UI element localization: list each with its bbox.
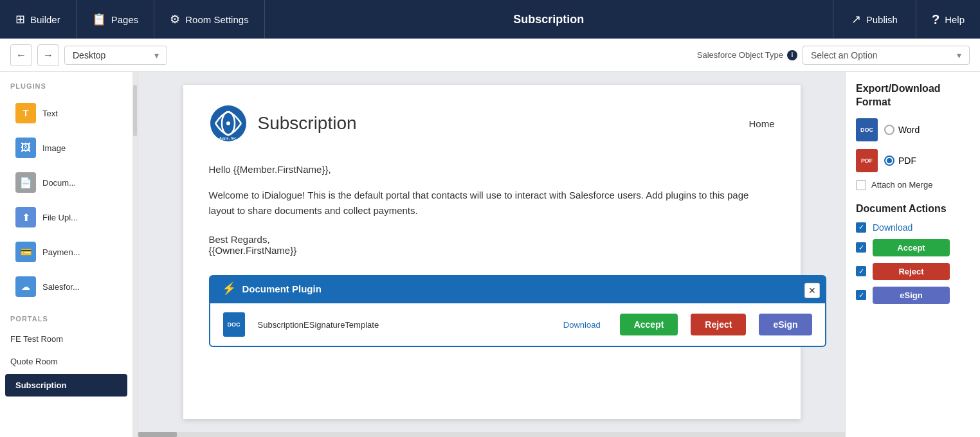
document-plugin-container: ⚡ Document Plugin ✕ DOC SubscriptionESig… [209, 275, 826, 347]
word-format-icon: DOC [856, 118, 878, 141]
canvas-body: Welcome to iDialogue! This is the defaul… [209, 188, 775, 219]
accept-action-item: ✓ Accept [856, 239, 970, 256]
payment-plugin-label: Paymen... [42, 247, 80, 257]
canvas-scrollbar[interactable] [138, 432, 845, 437]
lightning-icon: ⚡ [222, 281, 236, 296]
plugin-item-document[interactable]: 📄 Docum... [5, 166, 127, 199]
attach-merge-option[interactable]: Attach on Merge [856, 180, 970, 190]
pacific-apps-logo: Apps, Inc. [209, 104, 248, 143]
main-layout: PLUGINS T Text 🖼 Image 📄 Docum... ⬆ File… [0, 72, 980, 437]
help-button[interactable]: ? Help [916, 0, 980, 39]
plugin-item-salesforce[interactable]: ☁ Salesfor... [5, 270, 127, 303]
nav-builder[interactable]: ⊞ Builder [0, 0, 77, 39]
text-plugin-icon: T [15, 103, 36, 123]
download-action-label[interactable]: Download [873, 222, 912, 233]
canvas-header: Apps, Inc. Subscription Home [209, 104, 775, 143]
svg-point-2 [226, 121, 230, 125]
svg-text:Apps, Inc.: Apps, Inc. [219, 136, 237, 140]
esign-action-item: ✓ eSign [856, 287, 970, 304]
esign-checkbox[interactable]: ✓ [856, 290, 866, 300]
document-plugin-body: ✕ DOC SubscriptionESignatureTemplate Dow… [209, 302, 826, 347]
reject-action-button[interactable]: Reject [873, 263, 950, 280]
reject-checkbox[interactable]: ✓ [856, 266, 866, 276]
desktop-select[interactable]: Desktop ▾ [64, 46, 167, 65]
nav-room-settings[interactable]: ⚙ Room Settings [154, 0, 264, 39]
doc-file-icon: DOC [223, 312, 245, 337]
download-checkbox[interactable]: ✓ [856, 222, 866, 233]
word-format-option[interactable]: DOC Word [856, 118, 970, 141]
builder-icon: ⊞ [15, 12, 25, 26]
export-section-title: Export/Download Format [856, 82, 970, 109]
home-link[interactable]: Home [749, 118, 774, 129]
image-plugin-label: Image [42, 143, 66, 153]
document-plugin-label: Docum... [42, 178, 76, 188]
download-link[interactable]: Download [563, 320, 601, 330]
publish-label: Publish [866, 14, 898, 25]
plugins-section-title: PLUGINS [0, 72, 132, 95]
esign-action-button[interactable]: eSign [873, 287, 950, 304]
word-radio-label[interactable]: Word [884, 125, 920, 135]
sidebar: PLUGINS T Text 🖼 Image 📄 Docum... ⬆ File… [0, 72, 138, 437]
select-option-label: Select an Option [811, 50, 878, 60]
publish-button[interactable]: ↗ Publish [833, 0, 916, 39]
document-plugin-icon: 📄 [15, 172, 36, 193]
select-option-dropdown[interactable]: Select an Option ▾ [803, 46, 970, 65]
page-heading: Subscription [258, 113, 357, 134]
document-plugin-header: ⚡ Document Plugin [209, 275, 826, 302]
salesforce-plugin-label: Salesfor... [42, 282, 80, 292]
accept-button[interactable]: Accept [620, 314, 678, 335]
esign-button[interactable]: eSign [759, 314, 812, 335]
reject-button[interactable]: Reject [691, 314, 746, 335]
forward-button[interactable]: → [37, 44, 59, 66]
top-nav: ⊞ Builder 📋 Pages ⚙ Room Settings Subscr… [0, 0, 980, 39]
file-upload-plugin-icon: ⬆ [15, 207, 36, 227]
plugin-item-payment[interactable]: 💳 Paymen... [5, 235, 127, 269]
file-upload-plugin-label: File Upl... [42, 213, 78, 222]
pdf-radio[interactable] [884, 156, 894, 166]
canvas-owner: {{Owner.FirstName}} [209, 245, 775, 256]
room-settings-label: Room Settings [185, 14, 248, 25]
page-canvas: Apps, Inc. Subscription Home Hello {{Mem… [183, 85, 801, 419]
pdf-format-icon: PDF [856, 149, 878, 172]
attach-merge-checkbox[interactable] [856, 180, 866, 190]
pages-label: Pages [111, 14, 139, 25]
desktop-label: Desktop [73, 50, 105, 60]
pdf-format-option[interactable]: PDF PDF [856, 149, 970, 172]
word-radio[interactable] [884, 125, 894, 135]
doc-file-name: SubscriptionESignatureTemplate [258, 320, 550, 330]
sf-object-label: Salesforce Object Type i [697, 50, 797, 60]
plugin-item-file-upload[interactable]: ⬆ File Upl... [5, 201, 127, 234]
back-button[interactable]: ← [10, 44, 32, 66]
room-settings-icon: ⚙ [170, 12, 180, 26]
image-plugin-icon: 🖼 [15, 138, 36, 158]
plugin-item-image[interactable]: 🖼 Image [5, 131, 127, 165]
canvas-greeting: Hello {{Member.FirstName}}, [209, 162, 775, 177]
close-button[interactable]: ✕ [804, 283, 820, 298]
nav-pages[interactable]: 📋 Pages [77, 0, 155, 39]
plugin-item-text[interactable]: T Text [5, 96, 127, 130]
toolbar: ← → Desktop ▾ Salesforce Object Type i S… [0, 39, 980, 72]
nav-title: Subscription [265, 13, 833, 26]
dropdown-arrow-icon: ▾ [154, 50, 159, 60]
accept-checkbox[interactable]: ✓ [856, 242, 866, 253]
pages-icon: 📋 [92, 12, 106, 26]
builder-label: Builder [30, 14, 60, 25]
help-icon: ? [932, 12, 939, 27]
doc-plugin-header-label: Document Plugin [242, 283, 322, 294]
download-action-item: ✓ Download [856, 222, 970, 233]
payment-plugin-icon: 💳 [15, 242, 36, 262]
portal-item-quote[interactable]: Quote Room [0, 350, 132, 373]
logo-area: Apps, Inc. Subscription [209, 104, 357, 143]
canvas-regards: Best Regards, [209, 234, 775, 245]
publish-icon: ↗ [851, 12, 861, 26]
sidebar-scrollbar[interactable] [132, 72, 138, 437]
accept-action-button[interactable]: Accept [873, 239, 950, 256]
portal-item-subscription[interactable]: Subscription [5, 374, 127, 397]
canvas-area: Apps, Inc. Subscription Home Hello {{Mem… [138, 72, 845, 437]
doc-actions-title: Document Actions [856, 203, 970, 215]
reject-action-item: ✓ Reject [856, 263, 970, 280]
portal-item-fe-test[interactable]: FE Test Room [0, 328, 132, 350]
right-panel: Export/Download Format DOC Word PDF PDF … [845, 72, 980, 437]
pdf-radio-label[interactable]: PDF [884, 156, 916, 166]
attach-merge-label: Attach on Merge [871, 180, 932, 190]
